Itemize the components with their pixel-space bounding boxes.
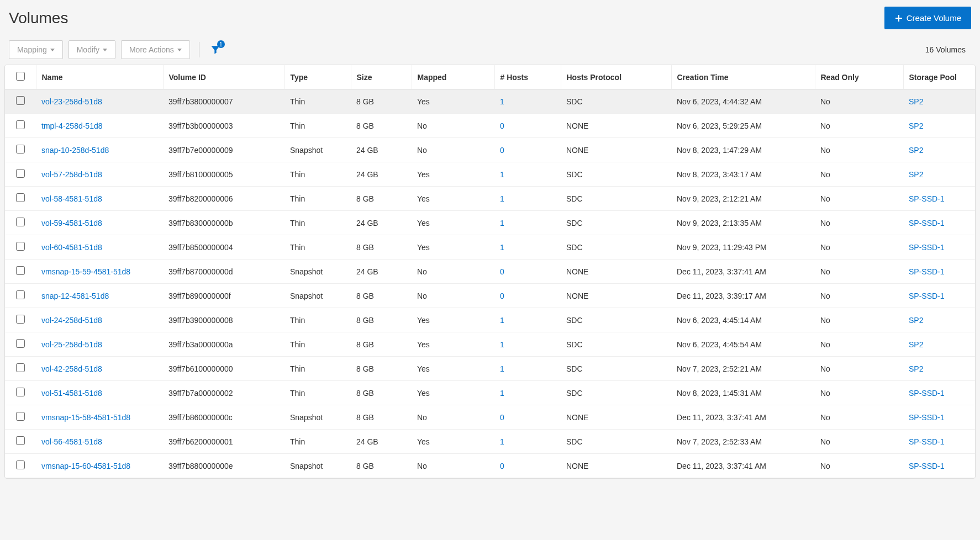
filter-button[interactable]: 1 [208,43,223,57]
row-checkbox[interactable] [16,145,25,153]
col-protocol[interactable]: Hosts Protocol [561,65,671,89]
hosts-link[interactable]: 1 [500,340,504,349]
table-row[interactable]: vol-59-4581-51d839ff7b830000000bThin24 G… [5,211,976,235]
volume-name-link[interactable]: vol-25-258d-51d8 [41,340,102,349]
table-row[interactable]: vmsnap-15-60-4581-51d839ff7b880000000eSn… [5,454,976,478]
more-actions-button[interactable]: More Actions [121,40,190,59]
row-checkbox[interactable] [16,315,25,324]
hosts-link[interactable]: 0 [500,267,504,276]
pool-link[interactable]: SP-SSD-1 [909,219,945,227]
pool-link[interactable]: SP2 [909,316,923,325]
row-checkbox[interactable] [16,96,25,105]
row-checkbox[interactable] [16,412,25,421]
table-row[interactable]: snap-12-4581-51d839ff7b890000000fSnapsho… [5,284,976,308]
cell-creation: Nov 7, 2023, 2:52:21 AM [671,357,815,381]
volume-name-link[interactable]: vol-56-4581-51d8 [41,437,102,446]
table-row[interactable]: vol-25-258d-51d839ff7b3a0000000aThin8 GB… [5,332,976,357]
hosts-link[interactable]: 1 [500,243,504,252]
table-row[interactable]: snap-10-258d-51d839ff7b7e00000009Snapsho… [5,138,976,162]
volume-name-link[interactable]: snap-12-4581-51d8 [41,292,109,300]
hosts-link[interactable]: 1 [500,170,504,179]
volume-name-link[interactable]: snap-10-258d-51d8 [41,146,109,155]
hosts-link[interactable]: 1 [500,437,504,446]
volume-name-link[interactable]: vol-51-4581-51d8 [41,389,102,398]
table-row[interactable]: vol-56-4581-51d839ff7b6200000001Thin24 G… [5,430,976,454]
row-checkbox[interactable] [16,363,25,372]
col-type[interactable]: Type [284,65,351,89]
volume-name-link[interactable]: vol-24-258d-51d8 [41,316,102,325]
row-checkbox[interactable] [16,290,25,299]
hosts-link[interactable]: 0 [500,121,504,130]
pool-link[interactable]: SP-SSD-1 [909,194,945,203]
pool-link[interactable]: SP-SSD-1 [909,437,945,446]
col-creation[interactable]: Creation Time [671,65,815,89]
pool-link[interactable]: SP2 [909,340,923,349]
volume-name-link[interactable]: vmsnap-15-60-4581-51d8 [41,462,130,470]
modify-button[interactable]: Modify [69,40,115,59]
col-mapped[interactable]: Mapped [412,65,494,89]
row-checkbox[interactable] [16,339,25,348]
table-row[interactable]: vmsnap-15-58-4581-51d839ff7b860000000cSn… [5,405,976,430]
hosts-link[interactable]: 1 [500,364,504,373]
pool-link[interactable]: SP-SSD-1 [909,462,945,470]
pool-link[interactable]: SP-SSD-1 [909,389,945,398]
row-checkbox[interactable] [16,169,25,178]
table-row[interactable]: vol-24-258d-51d839ff7b3900000008Thin8 GB… [5,308,976,332]
cell-type: Snapshot [284,284,351,308]
volume-name-link[interactable]: tmpl-4-258d-51d8 [41,121,103,130]
volume-name-link[interactable]: vol-60-4581-51d8 [41,243,102,252]
pool-link[interactable]: SP-SSD-1 [909,413,945,422]
volume-name-link[interactable]: vol-42-258d-51d8 [41,364,102,373]
cell-creation: Nov 6, 2023, 4:45:14 AM [671,308,815,332]
volume-name-link[interactable]: vol-59-4581-51d8 [41,219,102,227]
hosts-link[interactable]: 1 [500,194,504,203]
hosts-link[interactable]: 0 [500,292,504,300]
pool-link[interactable]: SP-SSD-1 [909,243,945,252]
hosts-link[interactable]: 0 [500,462,504,470]
col-name[interactable]: Name [36,65,163,89]
pool-link[interactable]: SP2 [909,364,923,373]
create-volume-button[interactable]: Create Volume [884,7,971,29]
hosts-link[interactable]: 1 [500,97,504,106]
table-row[interactable]: vmsnap-15-59-4581-51d839ff7b870000000dSn… [5,260,976,284]
pool-link[interactable]: SP2 [909,170,923,179]
row-checkbox[interactable] [16,120,25,129]
volume-name-link[interactable]: vmsnap-15-58-4581-51d8 [41,413,130,422]
col-hosts[interactable]: # Hosts [494,65,561,89]
row-checkbox[interactable] [16,218,25,226]
table-row[interactable]: vol-23-258d-51d839ff7b3800000007Thin8 GB… [5,89,976,114]
volume-name-link[interactable]: vol-58-4581-51d8 [41,194,102,203]
col-pool[interactable]: Storage Pool [903,65,976,89]
row-checkbox[interactable] [16,388,25,396]
pool-link[interactable]: SP2 [909,146,923,155]
hosts-link[interactable]: 0 [500,413,504,422]
pool-link[interactable]: SP-SSD-1 [909,267,945,276]
table-row[interactable]: tmpl-4-258d-51d839ff7b3b00000003Thin8 GB… [5,114,976,138]
col-volume-id[interactable]: Volume ID [163,65,284,89]
pool-link[interactable]: SP-SSD-1 [909,292,945,300]
cell-size: 8 GB [351,89,412,114]
select-all-checkbox[interactable] [16,72,25,81]
table-row[interactable]: vol-51-4581-51d839ff7b7a00000002Thin8 GB… [5,381,976,405]
hosts-link[interactable]: 1 [500,219,504,227]
hosts-link[interactable]: 1 [500,389,504,398]
hosts-link[interactable]: 1 [500,316,504,325]
table-row[interactable]: vol-42-258d-51d839ff7b6100000000Thin8 GB… [5,357,976,381]
row-checkbox[interactable] [16,436,25,445]
pool-link[interactable]: SP2 [909,121,923,130]
table-row[interactable]: vol-60-4581-51d839ff7b8500000004Thin8 GB… [5,235,976,260]
volume-name-link[interactable]: vol-57-258d-51d8 [41,170,102,179]
row-checkbox[interactable] [16,242,25,251]
table-row[interactable]: vol-58-4581-51d839ff7b8200000006Thin8 GB… [5,187,976,211]
pool-link[interactable]: SP2 [909,97,923,106]
hosts-link[interactable]: 0 [500,146,504,155]
volume-name-link[interactable]: vmsnap-15-59-4581-51d8 [41,267,130,276]
col-size[interactable]: Size [351,65,412,89]
volume-name-link[interactable]: vol-23-258d-51d8 [41,97,102,106]
col-read-only[interactable]: Read Only [815,65,903,89]
row-checkbox[interactable] [16,266,25,275]
row-checkbox[interactable] [16,193,25,202]
mapping-button[interactable]: Mapping [9,40,63,59]
table-row[interactable]: vol-57-258d-51d839ff7b8100000005Thin24 G… [5,162,976,187]
row-checkbox[interactable] [16,460,25,469]
